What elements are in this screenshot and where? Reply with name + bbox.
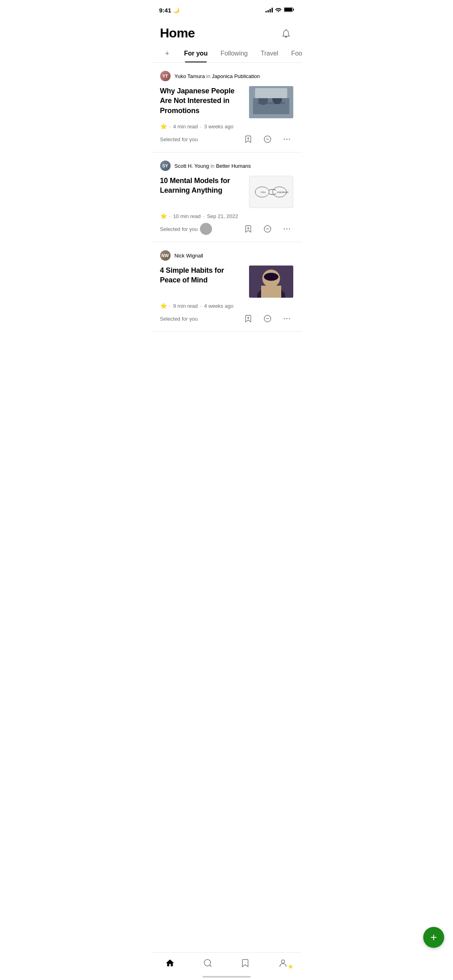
page-title: Home (160, 26, 195, 41)
author-row: YT Yuko Tamura in Japonica Publication (160, 71, 293, 81)
less-like-button[interactable] (261, 312, 274, 325)
svg-rect-1 (293, 9, 294, 11)
less-like-button[interactable] (261, 222, 274, 235)
svg-point-14 (286, 139, 287, 140)
save-button[interactable] (242, 312, 255, 325)
status-bar: 9:41 🌙 (151, 0, 302, 18)
author-in: in (206, 73, 212, 79)
svg-rect-2 (284, 8, 292, 11)
avatar: SY (160, 161, 171, 171)
article-meta: ⭐ · 9 min read · 4 weeks ago (160, 303, 293, 309)
tab-food[interactable]: Food (285, 45, 302, 62)
articles-list: YT Yuko Tamura in Japonica Publication W… (151, 63, 302, 368)
publication-name: Better Humans (216, 163, 251, 169)
signal-icon (266, 8, 273, 12)
more-button[interactable] (280, 312, 293, 325)
author-row: NW Nick Wignall (160, 250, 293, 261)
article-body[interactable]: 4 Simple Habits for Peace of Mind (160, 266, 293, 298)
battery-icon (284, 6, 294, 14)
read-time: 10 min read (173, 213, 201, 219)
star-icon: ⭐ (160, 123, 167, 130)
selected-label: Selected for you (160, 136, 198, 142)
svg-text:KNOWLEDGE: KNOWLEDGE (277, 191, 288, 194)
svg-point-38 (289, 318, 290, 319)
article-body[interactable]: 10 Mental Models for Learning Anything Y… (160, 176, 293, 208)
article-card: NW Nick Wignall 4 Simple Habits for Peac… (151, 242, 302, 332)
time-ago: 4 weeks ago (204, 303, 233, 309)
svg-rect-31 (261, 286, 281, 298)
author-name: Yuko Tamura (175, 73, 205, 79)
read-time: 4 min read (173, 124, 198, 130)
svg-point-15 (289, 139, 290, 140)
read-time: 9 min read (173, 303, 198, 309)
more-button[interactable] (280, 133, 293, 146)
status-icons (266, 6, 294, 14)
save-button[interactable] (242, 222, 255, 235)
star-icon: ⭐ (160, 303, 167, 309)
time-ago: Sep 21, 2022 (207, 213, 238, 219)
selected-label: Selected for you (160, 226, 198, 232)
article-thumbnail (249, 266, 293, 298)
svg-point-25 (286, 229, 287, 230)
add-topic-button[interactable]: + (160, 45, 175, 62)
svg-point-30 (264, 273, 278, 281)
save-button[interactable] (242, 133, 255, 146)
svg-point-26 (289, 229, 290, 230)
tab-travel[interactable]: Travel (254, 45, 285, 62)
author-name: Nick Wignall (175, 253, 204, 259)
article-body[interactable]: Why Japanese People Are Not Interested i… (160, 86, 293, 118)
tab-following[interactable]: Following (214, 45, 254, 62)
article-title: 4 Simple Habits for Peace of Mind (160, 266, 243, 285)
author-in: in (210, 163, 216, 169)
moon-icon: 🌙 (173, 7, 179, 13)
svg-rect-8 (255, 88, 287, 98)
tabs-bar: + For you Following Travel Food (151, 45, 302, 63)
page-header: Home (151, 18, 302, 45)
tab-for-you[interactable]: For you (178, 45, 214, 62)
time-ago: 3 weeks ago (204, 124, 233, 130)
article-actions: Selected for you (160, 312, 293, 325)
article-meta: ⭐ · 10 min read · Sep 21, 2022 (160, 213, 293, 219)
author-name: Scott H. Young (175, 163, 209, 169)
svg-point-13 (284, 139, 285, 140)
avatar: YT (160, 71, 171, 81)
svg-point-37 (286, 318, 287, 319)
more-button[interactable] (280, 222, 293, 235)
author-row: SY Scott H. Young in Better Humans (160, 161, 293, 171)
article-actions: Selected for you (160, 133, 293, 146)
status-time: 9:41 🌙 (159, 7, 179, 14)
less-like-button[interactable] (261, 133, 274, 146)
article-thumbnail (249, 86, 293, 118)
article-card: YT Yuko Tamura in Japonica Publication W… (151, 63, 302, 152)
notifications-button[interactable] (279, 26, 293, 41)
article-meta: ⭐ · 4 min read · 3 weeks ago (160, 123, 293, 130)
selected-label: Selected for you (160, 316, 198, 322)
star-icon: ⭐ (160, 213, 167, 219)
article-actions: Selected for you (160, 222, 293, 235)
publication-name: Japonica Publication (212, 73, 260, 79)
article-title: Why Japanese People Are Not Interested i… (160, 86, 243, 115)
article-card: SY Scott H. Young in Better Humans 10 Me… (151, 152, 302, 242)
wifi-icon (275, 6, 282, 14)
avatar: NW (160, 250, 171, 261)
topic-badge[interactable] (200, 223, 212, 235)
article-title: 10 Mental Models for Learning Anything (160, 176, 243, 196)
article-thumbnail: YOU KNOWLEDGE (249, 176, 293, 208)
svg-point-36 (284, 318, 285, 319)
svg-text:YOU: YOU (261, 191, 266, 194)
svg-point-24 (284, 229, 285, 230)
